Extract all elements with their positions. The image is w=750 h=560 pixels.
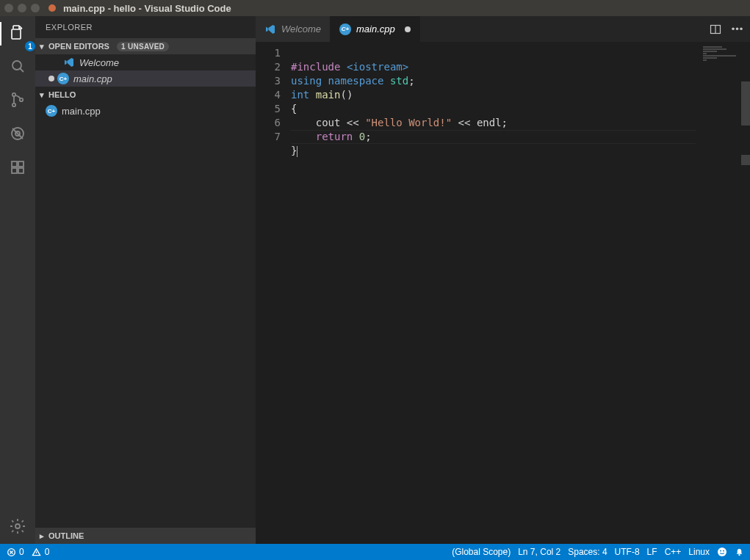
status-eol[interactable]: LF	[647, 547, 657, 557]
status-errors[interactable]: 0	[6, 547, 24, 557]
svg-point-11	[15, 524, 20, 528]
tab-label: Welcome	[281, 23, 321, 34]
explorer-badge: 1	[25, 41, 35, 51]
vscode-icon	[63, 57, 75, 68]
window-minimize-icon[interactable]	[18, 4, 26, 12]
cpp-file-icon: C+	[46, 105, 57, 117]
tab-welcome[interactable]: Welcome	[256, 16, 331, 42]
cpp-file-icon: C+	[339, 23, 351, 35]
search-icon[interactable]	[7, 56, 28, 76]
svg-point-3	[12, 103, 15, 106]
status-bell-icon[interactable]	[735, 548, 744, 557]
open-editor-label: main.cpp	[73, 73, 112, 84]
svg-point-1	[12, 61, 21, 70]
more-actions-icon[interactable]: •••	[731, 23, 744, 36]
status-lncol[interactable]: Ln 7, Col 2	[518, 547, 560, 557]
sidebar-title: EXPLORER	[35, 16, 256, 38]
status-os[interactable]: Linux	[688, 547, 710, 557]
modified-dot-icon	[48, 76, 54, 81]
explorer-icon[interactable]: 1	[7, 22, 28, 43]
unsaved-dot-icon	[48, 4, 56, 12]
status-warnings[interactable]: 0	[32, 547, 50, 557]
folder-header[interactable]: ▾ HELLO	[35, 87, 256, 103]
status-feedback-icon[interactable]	[717, 547, 727, 557]
os-titlebar: main.cpp - hello - Visual Studio Code	[0, 0, 750, 16]
chevron-down-icon: ▾	[38, 90, 46, 100]
folder-label: HELLO	[48, 90, 76, 99]
warning-icon	[32, 547, 42, 557]
text-editor[interactable]: 1 2 3 4 5 6 7 #include <iostream> using …	[256, 42, 750, 544]
debug-icon[interactable]	[7, 123, 28, 144]
sidebar: EXPLORER ▾ OPEN EDITORS 1 UNSAVED Welcom…	[35, 16, 256, 544]
outline-header[interactable]: ▸ OUTLINE	[35, 528, 256, 544]
svg-rect-8	[12, 168, 17, 173]
svg-point-17	[723, 550, 724, 552]
file-item[interactable]: C+ main.cpp	[35, 103, 256, 119]
cpp-file-icon: C+	[57, 73, 69, 84]
status-spaces[interactable]: Spaces: 4	[568, 547, 607, 557]
open-editors-header[interactable]: ▾ OPEN EDITORS 1 UNSAVED	[35, 38, 256, 54]
svg-point-2	[12, 93, 15, 96]
settings-gear-icon[interactable]	[7, 516, 28, 537]
status-lang[interactable]: C++	[665, 547, 682, 557]
open-editor-label: Welcome	[79, 57, 119, 68]
status-encoding[interactable]: UTF-8	[615, 547, 640, 557]
tab-main-cpp[interactable]: C+ main.cpp	[331, 16, 420, 42]
window-close-icon[interactable]	[4, 4, 13, 12]
svg-point-15	[718, 548, 726, 556]
scrollbar-marker	[741, 155, 750, 165]
extensions-icon[interactable]	[7, 157, 28, 178]
file-label: main.cpp	[62, 106, 101, 117]
modified-dot-icon	[405, 26, 411, 32]
chevron-right-icon: ▸	[38, 531, 46, 541]
tab-bar: Welcome C+ main.cpp •••	[256, 16, 750, 42]
vscode-icon	[264, 23, 276, 35]
svg-rect-10	[18, 161, 24, 167]
open-editor-item[interactable]: Welcome	[35, 54, 256, 70]
source-control-icon[interactable]	[7, 90, 28, 110]
svg-rect-0	[12, 29, 21, 39]
line-gutter: 1 2 3 4 5 6 7	[256, 42, 291, 544]
minimap[interactable]	[703, 46, 750, 83]
svg-point-18	[738, 554, 740, 556]
chevron-down-icon: ▾	[38, 42, 46, 51]
status-scope[interactable]: (Global Scope)	[452, 547, 511, 557]
window-title: main.cpp - hello - Visual Studio Code	[63, 3, 231, 14]
status-bar: 0 0 (Global Scope) Ln 7, Col 2 Spaces: 4…	[0, 544, 750, 560]
svg-rect-7	[12, 161, 17, 167]
error-icon	[6, 547, 16, 557]
window-maximize-icon[interactable]	[31, 4, 40, 12]
split-editor-icon[interactable]	[709, 23, 722, 36]
unsaved-badge: 1 UNSAVED	[117, 42, 169, 51]
svg-point-16	[720, 550, 721, 552]
scrollbar[interactable]	[741, 81, 750, 126]
activity-bar: 1	[0, 16, 35, 544]
open-editors-label: OPEN EDITORS	[48, 42, 109, 51]
code-content[interactable]: #include <iostream> using namespace std;…	[291, 42, 750, 544]
svg-rect-9	[18, 168, 24, 173]
svg-point-4	[20, 98, 23, 101]
editor-area: Welcome C+ main.cpp ••• 1 2 3 4 5	[256, 16, 750, 544]
open-editor-item[interactable]: C+ main.cpp	[35, 70, 256, 87]
outline-label: OUTLINE	[48, 531, 84, 540]
tab-label: main.cpp	[356, 23, 395, 34]
